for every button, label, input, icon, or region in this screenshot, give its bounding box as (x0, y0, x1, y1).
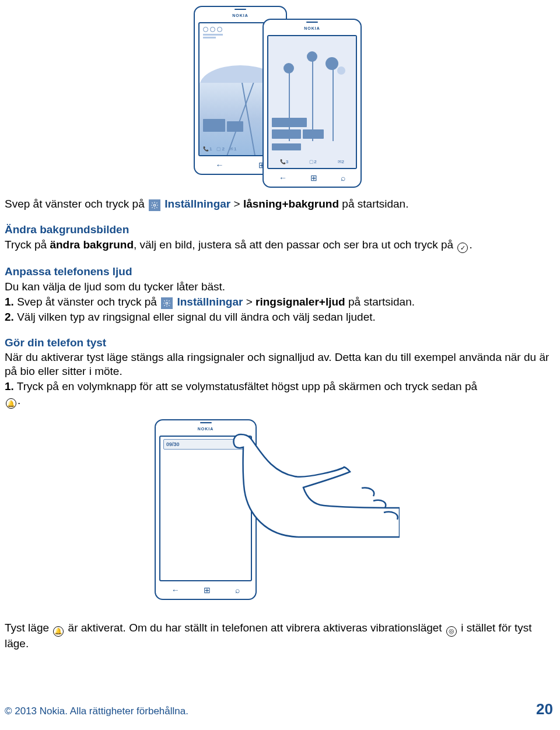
para-adjust-sounds-intro: Du kan välja de ljud som du tycker låter… (5, 280, 555, 294)
phone-brand-label: NOKIA (195, 13, 286, 17)
step-1-sounds: 1. Svep åt vänster och tryck på Inställn… (5, 295, 555, 309)
gear-icon (149, 199, 160, 211)
bell-icon: 🔔 (6, 398, 16, 409)
para-silent-activated: Tyst läge 🔔 är aktiverat. Om du har stäl… (5, 621, 555, 650)
volume-status-panel: 09/30 (163, 439, 248, 450)
page-number: 20 (536, 700, 553, 718)
svg-point-0 (153, 204, 156, 206)
gear-icon (161, 297, 173, 309)
check-icon: ✓ (457, 243, 468, 253)
svg-point-1 (166, 302, 168, 304)
illustration-phone-hand: NOKIA 09/30 ← ⊞ ⌕ (5, 419, 555, 606)
step-2-sounds: 2. Välj vilken typ av ringsignal eller s… (5, 310, 555, 324)
para-change-wallpaper: Tryck på ändra bakgrund, välj en bild, j… (5, 238, 555, 254)
bell-silent-icon: 🔔 (53, 626, 64, 637)
footer-copyright: © 2013 Nokia. Alla rättigheter förbehåll… (5, 706, 188, 717)
heading-adjust-sounds: Anpassa telefonens ljud (5, 265, 555, 279)
nav-windows-icon: ⊞ (310, 173, 317, 182)
phone-brand-label: NOKIA (264, 26, 360, 30)
vibrate-icon: ◎ (446, 626, 457, 637)
illustration-two-phones: NOKIA (5, 6, 555, 187)
step-1-silent: 1. Tryck på en volymknapp för att se vol… (5, 380, 555, 409)
nav-windows-icon: ⊞ (204, 585, 211, 595)
volume-level-text: 09/30 (166, 441, 180, 447)
nav-search-icon: ⌕ (341, 173, 345, 182)
phone-mockup-right: NOKIA 📞3 (262, 19, 362, 188)
nav-search-icon: ⌕ (235, 585, 240, 595)
para-silent-intro: När du aktiverar tyst läge stängs alla r… (5, 350, 555, 378)
para-swipe-settings: Svep åt vänster och tryck på Inställning… (5, 197, 555, 211)
phone-brand-label: NOKIA (156, 427, 256, 431)
ring-mode-icon (239, 441, 245, 447)
nav-back-icon: ← (216, 160, 224, 170)
nav-back-icon: ← (172, 585, 180, 595)
heading-silent-mode: Gör din telefon tyst (5, 336, 555, 350)
heading-change-wallpaper: Ändra bakgrundsbilden (5, 223, 555, 237)
phone-mockup-volume: NOKIA 09/30 ← ⊞ ⌕ (155, 419, 257, 600)
nav-back-icon: ← (279, 173, 287, 182)
